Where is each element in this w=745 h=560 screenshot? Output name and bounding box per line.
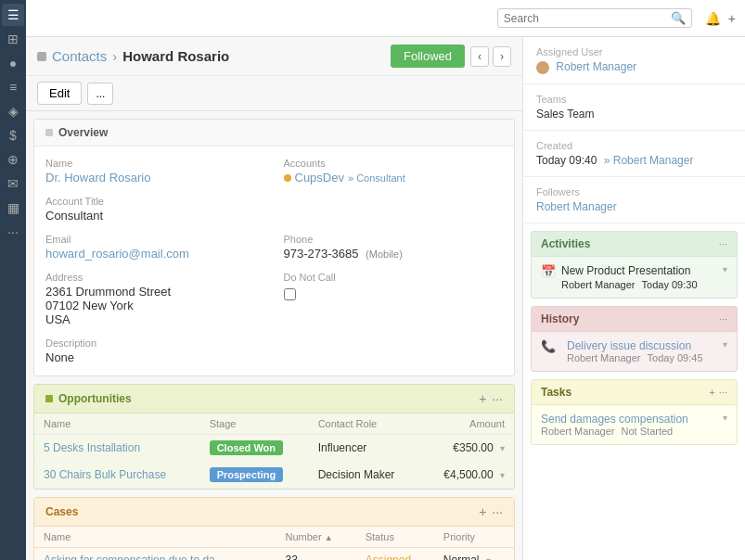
opp-row: 30 Chairs Bulk Purchase Prospecting Deci… — [34, 462, 514, 489]
activity-item: 📅 New Product Presentation Robert Manage… — [541, 264, 727, 290]
email-field: Email howard_rosario@mail.com — [45, 234, 265, 261]
history-header: History ··· — [532, 307, 737, 332]
followers-section: Followers Robert Manager — [523, 177, 745, 223]
teams-section: Teams Sales Team — [523, 84, 745, 131]
name-field: Name Dr. Howard Rosario — [45, 158, 265, 185]
opp-name[interactable]: 5 Desks Installation — [34, 435, 200, 462]
topbar-icons: 🔔 + — [705, 11, 736, 26]
activity-dropdown[interactable]: ▾ — [723, 264, 727, 274]
activity-meta: Robert Manager Today 09:30 — [561, 279, 698, 290]
tasks-title: Tasks — [541, 386, 572, 399]
phone-field: Phone 973-273-3685 (Mobile) — [284, 234, 504, 261]
breadcrumb-icon — [37, 52, 46, 61]
sidebar-icon-home[interactable]: ☰ — [2, 4, 24, 26]
cases-actions: + ··· — [479, 504, 503, 519]
follower-name[interactable]: Robert Manager — [536, 200, 617, 213]
task-meta: Robert Manager Not Started — [541, 426, 717, 437]
search-input[interactable] — [504, 12, 671, 25]
case-number: 33 — [276, 548, 355, 561]
opp-row: 5 Desks Installation Closed Won Influenc… — [34, 435, 514, 462]
tasks-section: Tasks + ··· Send damages compensation Ro… — [531, 379, 738, 445]
case-name[interactable]: Asking for compensation due to da... — [34, 548, 276, 561]
opp-col-name: Name — [34, 414, 200, 435]
next-arrow[interactable]: › — [493, 46, 511, 67]
sidebar-icon-list[interactable]: ≡ — [2, 76, 24, 98]
breadcrumb-current: Howard Rosario — [122, 48, 229, 64]
address-value: 2361 Drummond Street 07102 New York USA — [45, 285, 265, 326]
sidebar-icon-dollar[interactable]: $ — [2, 124, 24, 146]
account-link[interactable]: CupsDev » Consultant — [284, 171, 504, 185]
cases-more-button[interactable]: ··· — [492, 504, 503, 519]
breadcrumb-parent[interactable]: Contacts — [52, 48, 107, 64]
phone-value: 973-273-3685 (Mobile) — [284, 247, 504, 261]
case-status: Assigned — [356, 548, 434, 561]
task-dropdown[interactable]: ▾ — [723, 413, 727, 423]
cases-add-button[interactable]: + — [479, 504, 486, 519]
activities-more-button[interactable]: ··· — [719, 238, 727, 249]
activity-user: Robert Manager — [561, 279, 636, 290]
bell-icon[interactable]: 🔔 — [705, 11, 721, 26]
search-icon[interactable]: 🔍 — [671, 11, 686, 25]
history-user: Robert Manager — [567, 352, 641, 363]
cases-col-status: Status — [356, 527, 434, 548]
name-value[interactable]: Dr. Howard Rosario — [45, 171, 265, 185]
do-not-call-checkbox-wrap — [284, 288, 504, 300]
created-time: Today 09:40 — [536, 154, 597, 167]
history-more-button[interactable]: ··· — [719, 313, 727, 325]
teams-value: Sales Team — [536, 108, 732, 121]
sidebar-icon-diamond[interactable]: ◈ — [2, 100, 24, 122]
tasks-more-button[interactable]: ··· — [719, 387, 727, 398]
sidebar-icon-more[interactable]: ··· — [2, 221, 24, 243]
history-dropdown[interactable]: ▾ — [723, 339, 727, 350]
edit-button[interactable]: Edit — [37, 82, 82, 105]
opp-contact-role: Influencer — [309, 435, 421, 462]
task-title[interactable]: Send damages compensation — [541, 413, 717, 426]
account-title-label: Account Title — [45, 196, 265, 207]
overview-header: Overview — [34, 120, 514, 146]
do-not-call-checkbox[interactable] — [284, 288, 296, 300]
more-button[interactable]: ... — [87, 83, 113, 105]
phone-icon: 📞 — [541, 339, 556, 353]
assigned-user-name[interactable]: Robert Manager — [556, 60, 636, 73]
history-title: History — [541, 312, 579, 325]
cases-section: Cases + ··· Name Number ▲ — [33, 497, 515, 560]
main-content: 🔍 🔔 + Contacts › Howard Rosario — [26, 0, 745, 560]
cases-col-priority: Priority — [434, 527, 514, 548]
phone-number: 973-273-3685 — [284, 247, 359, 261]
search-box[interactable]: 🔍 — [497, 8, 692, 28]
sidebar-icon-plus[interactable]: ⊕ — [2, 148, 24, 171]
sort-arrow-icon: ▲ — [325, 533, 333, 542]
plus-icon[interactable]: + — [728, 11, 736, 26]
nav-arrows: ‹ › — [470, 46, 511, 67]
overview-section: Overview Name Dr. Howard Rosario Account… — [33, 119, 515, 376]
tasks-body: Send damages compensation Robert Manager… — [532, 405, 737, 444]
created-by[interactable]: » Robert Manager — [604, 154, 694, 167]
activities-body: 📅 New Product Presentation Robert Manage… — [532, 257, 737, 298]
follow-button[interactable]: Followed — [391, 45, 465, 68]
tasks-add-button[interactable]: + — [709, 387, 714, 398]
fields-grid: Name Dr. Howard Rosario Accounts CupsDev — [45, 158, 503, 364]
activities-actions: ··· — [719, 238, 727, 249]
opp-col-amount: Amount — [420, 414, 514, 435]
opp-add-button[interactable]: + — [479, 391, 486, 406]
email-value[interactable]: howard_rosario@mail.com — [45, 247, 265, 261]
sidebar-icon-circle[interactable]: ● — [2, 52, 24, 74]
accounts-name[interactable]: CupsDev — [295, 171, 344, 185]
opp-name[interactable]: 30 Chairs Bulk Purchase — [34, 462, 200, 489]
history-item: 📞 Delivery issue discussion Robert Manag… — [541, 339, 727, 363]
cases-col-name: Name — [34, 527, 276, 548]
prev-arrow[interactable]: ‹ — [470, 46, 489, 67]
created-label: Created — [536, 140, 732, 151]
cases-title: Cases — [45, 505, 78, 518]
do-not-call-field: Do Not Call — [284, 272, 504, 326]
created-section: Created Today 09:40 » Robert Manager — [523, 131, 745, 177]
assigned-user-label: Assigned User — [536, 46, 732, 57]
sidebar-icon-grid[interactable]: ⊞ — [2, 28, 24, 50]
left-panel: Contacts › Howard Rosario Followed ‹ › — [26, 37, 522, 560]
opp-dot — [45, 395, 53, 402]
assigned-user-section: Assigned User Robert Manager — [523, 37, 745, 84]
sidebar-icon-chart[interactable]: ▦ — [2, 197, 24, 219]
opp-more-button[interactable]: ··· — [492, 391, 503, 406]
description-value: None — [45, 350, 265, 364]
sidebar-icon-mail[interactable]: ✉ — [2, 172, 24, 195]
